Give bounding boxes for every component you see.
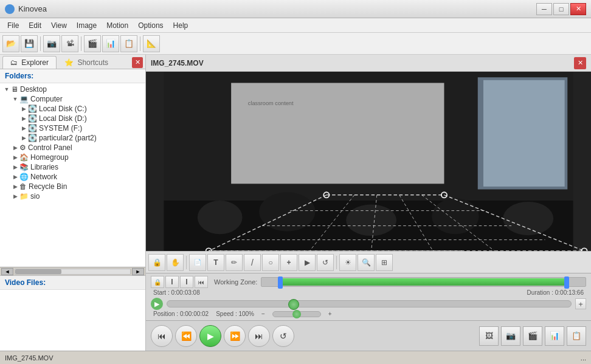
expander-local-d[interactable]: ▶ <box>19 115 28 122</box>
pos-play-icon[interactable]: ▶ <box>151 298 163 310</box>
menu-edit[interactable]: Edit <box>24 20 46 31</box>
vtb-text[interactable]: T <box>207 254 224 271</box>
pb-snapshot-2[interactable]: 📷 <box>501 326 520 346</box>
pb-snapshot-1[interactable]: 🖼 <box>479 326 499 346</box>
main-toolbar: 📂 💾 📷 📽 🎬 📊 📋 📐 <box>0 33 591 55</box>
tree-item-computer[interactable]: ▼ 💻 Computer <box>0 94 145 104</box>
speed-minus[interactable]: − <box>261 311 265 317</box>
tab-bar: 🗂 Explorer ⭐ Shortcuts ✕ <box>0 55 145 69</box>
tree-item-system-f[interactable]: ▶ 💽 SYSTEM (F:) <box>0 123 145 133</box>
tree-item-local-d[interactable]: ▶ 💽 Local Disk (D:) <box>0 114 145 123</box>
close-button[interactable]: ✕ <box>570 3 586 15</box>
pos-slider-thumb[interactable] <box>288 299 299 310</box>
tree-item-recycle-bin[interactable]: ▶ 🗑 Recycle Bin <box>0 182 145 191</box>
speed-slider[interactable] <box>272 311 321 317</box>
playback-controls: ⏮ ⏪ ▶ ⏩ ⏭ ↺ 🖼 📷 🎬 📊 📋 <box>146 320 591 351</box>
vtb-zoom[interactable]: 🔍 <box>358 254 375 271</box>
expander-homegroup[interactable]: ▶ <box>11 154 19 160</box>
pb-settings[interactable]: 📋 <box>567 326 586 346</box>
expander-desktop[interactable]: ▼ <box>2 86 11 92</box>
pb-play[interactable]: ▶ <box>199 325 221 347</box>
wz-mark-out[interactable]: I <box>180 276 193 288</box>
vtb-play-draw[interactable]: ▶ <box>299 254 316 271</box>
vtb-lock[interactable]: 🔒 <box>148 254 165 271</box>
tree-item-desktop[interactable]: ▼ 🖥 Desktop <box>0 84 145 94</box>
pb-goto-start[interactable]: ⏮ <box>151 325 173 347</box>
toolbar-capture-1[interactable]: 📷 <box>43 35 60 52</box>
hscroll-right[interactable]: ► <box>132 268 144 275</box>
toolbar-save[interactable]: 💾 <box>21 35 38 52</box>
expander-local-c[interactable]: ▶ <box>19 106 28 112</box>
expander-control-panel[interactable]: ▶ <box>11 145 19 151</box>
pb-step-fwd[interactable]: ⏩ <box>224 325 246 347</box>
working-zone-label: Working Zone: <box>214 278 257 286</box>
menu-file[interactable]: File <box>2 20 24 31</box>
wz-bar-container[interactable] <box>261 277 586 287</box>
file-tree[interactable]: ▼ 🖥 Desktop ▼ 💻 Computer ▶ 💽 Local Disk … <box>0 83 145 267</box>
wz-goto-start[interactable]: ⏮ <box>195 276 208 288</box>
vtb-grid[interactable]: ⊞ <box>376 254 393 271</box>
tree-hscrollbar[interactable]: ◄ ► <box>0 267 145 275</box>
menu-view[interactable]: View <box>46 20 72 31</box>
tree-item-sio[interactable]: ▶ 📁 sio <box>0 191 145 201</box>
pos-slider-container[interactable] <box>167 300 572 307</box>
panel-close-button[interactable]: ✕ <box>132 57 143 68</box>
video-close-button[interactable]: ✕ <box>574 57 586 69</box>
vtb-sun[interactable]: ☀ <box>339 254 356 271</box>
expander-sio[interactable]: ▶ <box>11 193 19 199</box>
hscroll-left[interactable]: ◄ <box>1 268 13 275</box>
menu-motion[interactable]: Motion <box>102 20 133 31</box>
video-files-area[interactable] <box>0 290 145 351</box>
tree-item-network[interactable]: ▶ 🌐 Network <box>0 172 145 182</box>
menu-image[interactable]: Image <box>72 20 102 31</box>
tab-explorer[interactable]: 🗂 Explorer <box>2 56 57 69</box>
expander-recycle-bin[interactable]: ▶ <box>11 184 19 190</box>
vtb-circle[interactable]: ○ <box>262 254 279 271</box>
expander-computer[interactable]: ▼ <box>11 96 19 102</box>
toolbar-settings-1[interactable]: 🎬 <box>84 35 101 52</box>
pb-step-back[interactable]: ⏪ <box>175 325 197 347</box>
vtb-cross[interactable]: + <box>280 254 297 271</box>
pos-add-button[interactable]: + <box>575 298 586 309</box>
expander-system-f[interactable]: ▶ <box>19 125 28 131</box>
maximize-button[interactable]: □ <box>553 3 569 15</box>
speed-plus[interactable]: + <box>328 311 332 317</box>
tree-item-local-c[interactable]: ▶ 💽 Local Disk (C:) <box>0 104 145 114</box>
expander-particular2[interactable]: ▶ <box>19 135 28 141</box>
working-zone-row: 🔒 I I ⏮ Working Zone: <box>151 276 586 288</box>
toolbar-settings-3[interactable]: 📋 <box>120 35 137 52</box>
wz-thumb-left[interactable] <box>278 276 283 289</box>
tree-item-homegroup[interactable]: ▶ 🏠 Homegroup <box>0 153 145 162</box>
toolbar-settings-2[interactable]: 📊 <box>102 35 119 52</box>
tree-item-libraries[interactable]: ▶ 📚 Libraries <box>0 162 145 172</box>
video-background: classroom content <box>146 72 591 251</box>
speed-label: Speed : 100% <box>216 311 254 317</box>
tree-item-control-panel[interactable]: ▶ ⚙ Control Panel <box>0 143 145 153</box>
hscroll-track[interactable] <box>15 269 131 275</box>
expander-libraries[interactable]: ▶ <box>11 164 19 170</box>
menu-help[interactable]: Help <box>168 20 193 31</box>
toolbar-capture-2[interactable]: 📽 <box>61 35 78 52</box>
pb-chart[interactable]: 📊 <box>545 326 564 346</box>
vtb-rotate[interactable]: ↺ <box>317 254 334 271</box>
vtb-line[interactable]: / <box>244 254 261 271</box>
tab-shortcuts[interactable]: ⭐ Shortcuts <box>57 56 116 69</box>
toolbar-sep-1 <box>40 36 41 51</box>
pb-video-export[interactable]: 🎬 <box>523 326 542 346</box>
tree-label-local-d: Local Disk (D:) <box>39 114 87 123</box>
vtb-hand[interactable]: ✋ <box>167 254 184 271</box>
minimize-button[interactable]: ─ <box>536 3 552 15</box>
wz-thumb-right[interactable] <box>564 276 569 289</box>
svg-line-13 <box>209 195 327 251</box>
pb-loop[interactable]: ↺ <box>272 325 294 347</box>
wz-lock[interactable]: 🔒 <box>151 276 164 288</box>
wz-mark-in[interactable]: I <box>165 276 179 288</box>
toolbar-open[interactable]: 📂 <box>2 35 19 52</box>
tree-item-particular2[interactable]: ▶ 💽 particular2 (part2) <box>0 133 145 143</box>
expander-network[interactable]: ▶ <box>11 174 19 180</box>
vtb-pencil[interactable]: ✏ <box>226 254 243 271</box>
toolbar-extra[interactable]: 📐 <box>143 35 160 52</box>
pb-goto-end[interactable]: ⏭ <box>248 325 270 347</box>
menu-options[interactable]: Options <box>133 20 168 31</box>
vtb-doc[interactable]: 📄 <box>189 254 206 271</box>
